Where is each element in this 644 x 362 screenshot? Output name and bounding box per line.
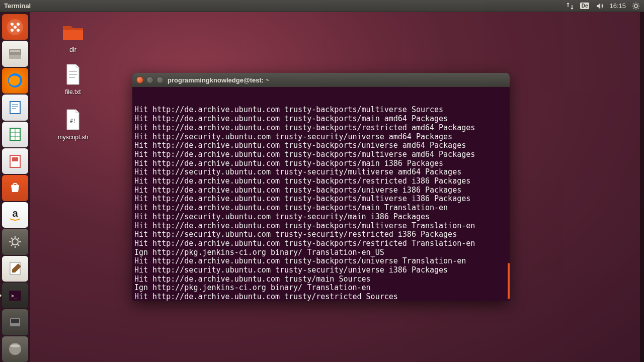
- svg-point-4: [11, 29, 14, 32]
- terminal-line: Hit http://de.archive.ubuntu.com trusty-…: [134, 106, 508, 115]
- terminal-line: Hit http://de.archive.ubuntu.com trusty-…: [134, 141, 508, 150]
- files-launcher-icon[interactable]: [2, 41, 28, 66]
- terminal-line: Hit http://security.ubuntu.com trusty-se…: [134, 133, 508, 142]
- terminal-line: Hit http://security.ubuntu.com trusty-se…: [134, 213, 508, 222]
- clock[interactable]: 16:15: [609, 2, 626, 10]
- folder-icon: [61, 20, 85, 44]
- svg-point-3: [17, 23, 20, 26]
- terminal-line: Hit http://de.archive.ubuntu.com trusty-…: [134, 239, 508, 248]
- trash-launcher-icon[interactable]: [2, 336, 28, 362]
- terminal-line: Hit http://de.archive.ubuntu.com trusty-…: [134, 204, 508, 213]
- terminal-line: Ign http://pkg.jenkins-ci.org binary/ Tr…: [134, 284, 508, 293]
- desktop-icon-label: dir: [53, 46, 93, 53]
- window-titlebar[interactable]: programmingknowledge@test: ~: [132, 73, 510, 87]
- text-editor-launcher-icon[interactable]: [2, 256, 28, 282]
- desktop-icon-label: file.txt: [53, 88, 93, 96]
- svg-text:>_: >_: [11, 293, 18, 299]
- dash-home-icon[interactable]: [2, 14, 28, 40]
- text-file-icon: [61, 62, 85, 86]
- devices-launcher-icon[interactable]: [2, 309, 28, 335]
- desktop-icon-label: myscript.sh: [53, 134, 93, 141]
- svg-rect-11: [10, 102, 20, 114]
- window-maximize-button[interactable]: [156, 76, 164, 83]
- terminal-line: Hit http://de.archive.ubuntu.com trusty-…: [134, 115, 508, 124]
- svg-text:a: a: [12, 208, 18, 219]
- terminal-line: Hit http://de.archive.ubuntu.com trusty/…: [134, 275, 508, 284]
- terminal-launcher-icon[interactable]: >_: [2, 283, 28, 308]
- desktop-file-script[interactable]: #! myscript.sh: [53, 108, 93, 141]
- terminal-line: Hit http://de.archive.ubuntu.com trusty-…: [134, 159, 508, 168]
- terminal-line: Hit http://de.archive.ubuntu.com trusty-…: [134, 124, 508, 133]
- terminal-line: Hit http://security.ubuntu.com trusty-se…: [134, 168, 508, 177]
- network-icon[interactable]: [566, 2, 574, 10]
- terminal-line: Hit http://de.archive.ubuntu.com trusty-…: [134, 257, 508, 266]
- sound-icon[interactable]: [595, 2, 603, 10]
- svg-point-6: [14, 26, 17, 29]
- top-menubar: Terminal De 16:15: [0, 0, 644, 12]
- script-file-icon: #!: [61, 108, 85, 132]
- software-center-launcher-icon[interactable]: [2, 175, 28, 201]
- terminal-line: Hit http://de.archive.ubuntu.com trusty-…: [134, 195, 508, 204]
- window-close-button[interactable]: [136, 76, 143, 83]
- svg-point-22: [12, 239, 18, 245]
- system-tray: De 16:15: [566, 2, 640, 10]
- svg-rect-27: [11, 319, 19, 323]
- terminal-line: Hit http://de.archive.ubuntu.com trusty-…: [134, 222, 508, 231]
- window-title: programmingknowledge@test: ~: [168, 76, 269, 84]
- terminal-line: Hit http://security.ubuntu.com trusty-se…: [134, 266, 508, 275]
- terminal-line: Hit http://security.ubuntu.com trusty-se…: [134, 230, 508, 239]
- keyboard-layout-indicator[interactable]: De: [580, 3, 590, 9]
- active-app-title: Terminal: [4, 2, 31, 10]
- writer-launcher-icon[interactable]: [2, 95, 28, 120]
- desktop-file-txt[interactable]: file.txt: [53, 62, 93, 96]
- settings-launcher-icon[interactable]: [2, 229, 28, 254]
- unity-launcher: a >_: [0, 12, 30, 362]
- terminal-line: Hit http://de.archive.ubuntu.com trusty/…: [134, 293, 508, 301]
- terminal-line: Hit http://de.archive.ubuntu.com trusty-…: [134, 177, 508, 186]
- window-minimize-button[interactable]: [146, 76, 153, 83]
- gear-icon[interactable]: [632, 2, 640, 10]
- terminal-scrollbar[interactable]: [508, 263, 510, 299]
- screen-edge: [640, 12, 644, 362]
- svg-rect-9: [9, 55, 21, 59]
- desktop-folder-dir[interactable]: dir: [53, 20, 93, 53]
- svg-point-2: [11, 23, 14, 26]
- svg-rect-20: [12, 157, 18, 161]
- impress-launcher-icon[interactable]: [2, 148, 28, 174]
- terminal-line: Hit http://de.archive.ubuntu.com trusty-…: [134, 150, 508, 159]
- terminal-line: Hit http://de.archive.ubuntu.com trusty-…: [134, 186, 508, 195]
- svg-text:#!: #!: [70, 118, 76, 124]
- terminal-window[interactable]: programmingknowledge@test: ~ Hit http://…: [132, 73, 510, 301]
- svg-point-29: [10, 344, 20, 347]
- terminal-output[interactable]: Hit http://de.archive.ubuntu.com trusty-…: [132, 87, 510, 301]
- svg-point-5: [17, 29, 20, 32]
- firefox-launcher-icon[interactable]: [2, 68, 28, 94]
- terminal-line: Ign http://pkg.jenkins-ci.org binary/ Tr…: [134, 248, 508, 257]
- amazon-launcher-icon[interactable]: a: [2, 202, 28, 228]
- calc-launcher-icon[interactable]: [2, 122, 28, 147]
- svg-rect-8: [10, 50, 20, 52]
- svg-point-0: [634, 5, 637, 8]
